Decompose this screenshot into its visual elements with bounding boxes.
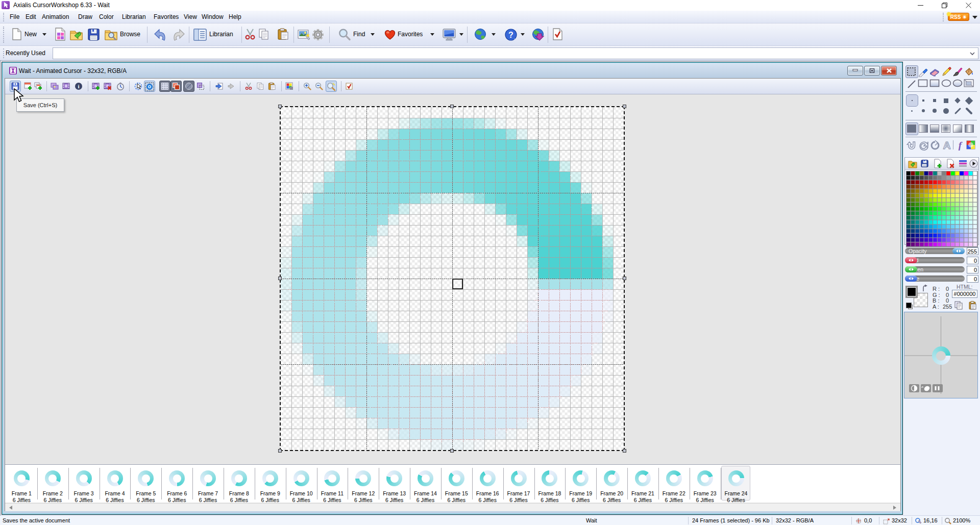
svg-text:?: ?	[508, 31, 513, 39]
svg-text:f: f	[959, 140, 963, 151]
svg-text:A: A	[943, 139, 950, 151]
svg-text:i: i	[78, 83, 79, 89]
